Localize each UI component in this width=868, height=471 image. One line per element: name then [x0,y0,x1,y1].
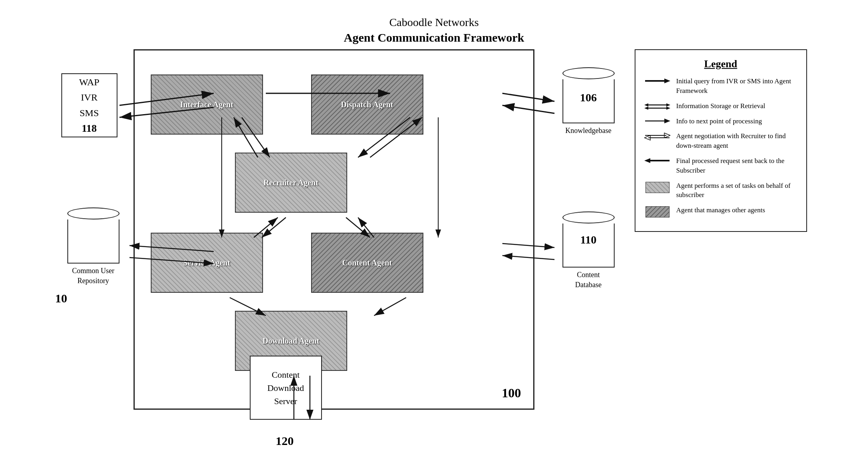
legend-text-3: Info to next point of processing [676,117,798,126]
legend-arrow-2 [643,101,672,111]
svg-marker-32 [644,103,648,107]
content-download-server: ContentDownloadServer [250,356,322,420]
dark-swatch [645,206,670,217]
legend-swatch-medium [643,181,672,193]
repo-label: Common UserRepository [61,266,125,286]
common-user-repo: Common UserRepository [61,207,125,286]
legend-item-2: Information Storage or Retrieval [643,101,798,111]
legend-text-7: Agent that manages other agents [676,205,798,215]
page-container: Caboodle Networks Agent Communication Fr… [0,0,868,471]
svg-marker-44 [644,158,650,163]
service-agent-box: Service Agent [151,233,263,293]
number-120: 120 [276,434,294,448]
legend-swatch-dark [643,205,672,217]
title-area: Caboodle Networks Agent Communication Fr… [53,15,815,45]
repo-cylinder [67,207,119,264]
svg-marker-33 [666,103,670,107]
legend-arrow-5 [643,156,672,164]
recruiter-agent-label: Recruiter Agent [236,178,346,187]
legend-item-5: Final processed request sent back to the… [643,156,798,175]
content-agent-label: Content Agent [312,258,423,268]
legend-arrow-4 [643,131,672,141]
interface-agent-box: Interface Agent [151,74,263,135]
legend-box: Legend Initial query from IVR or SMS int… [635,49,807,232]
legend-item-4: Agent negotiation with Recruiter to find… [643,131,798,151]
legend-text-1: Initial query from IVR or SMS into Agent… [676,76,798,96]
kb-number: 106 [563,91,614,104]
wap-box: WAPIVRSMS 118 [61,73,117,137]
legend-text-5: Final processed request sent back to the… [676,156,798,175]
number-10: 10 [55,292,67,305]
legend-text-2: Information Storage or Retrieval [676,101,798,111]
recruiter-agent-box: Recruiter Agent [235,153,347,213]
content-database-box: 110 ContentDatabase [554,211,623,290]
cdb-number: 110 [563,233,614,246]
legend-title: Legend [643,58,798,70]
main-title: Agent Communication Framework [53,30,815,45]
download-agent-label: Download Agent [236,336,346,346]
diagram-wrapper: Caboodle Networks Agent Communication Fr… [53,15,815,456]
kb-label: Knowledgebase [554,126,623,136]
svg-marker-38 [664,119,670,123]
content-agent-box: Content Agent [311,233,423,293]
kb-cylinder: 106 [562,67,615,123]
legend-item-3: Info to next point of processing [643,117,798,126]
cdb-cylinder-top [562,211,615,223]
wap-label: WAPIVRSMS [79,74,99,121]
svg-marker-36 [666,107,670,110]
legend-arrow-3 [643,117,672,125]
cds-label: ContentDownloadServer [267,368,304,408]
cdb-cylinder: 110 [562,211,615,268]
dispatch-agent-label: Dispatch Agent [312,100,423,109]
legend-arrow-1 [643,76,672,85]
knowledgebase-box: 106 Knowledgebase [554,67,623,136]
legend-item-7: Agent that manages other agents [643,205,798,217]
subtitle: Caboodle Networks [53,15,815,30]
interface-agent-label: Interface Agent [152,100,262,109]
svg-marker-30 [664,78,670,83]
legend-text-4: Agent negotiation with Recruiter to find… [676,131,798,151]
svg-marker-35 [644,107,648,110]
service-agent-label: Service Agent [152,258,262,268]
cdb-cylinder-body: 110 [562,223,615,268]
cylinder-top [67,207,119,219]
kb-cylinder-top [562,67,615,79]
legend-item-1: Initial query from IVR or SMS into Agent… [643,76,798,96]
legend-item-6: Agent performs a set of tasks on behalf … [643,181,798,200]
medium-swatch [645,182,670,193]
wap-number: 118 [82,121,97,136]
framework-box: Interface Agent Dispatch Agent Recruiter… [134,49,534,410]
framework-number: 100 [502,386,521,401]
cdb-label: ContentDatabase [554,270,623,290]
dispatch-agent-box: Dispatch Agent [311,74,423,135]
cylinder-body [67,219,119,264]
kb-cylinder-body: 106 [562,79,615,123]
legend-text-6: Agent performs a set of tasks on behalf … [676,181,798,200]
